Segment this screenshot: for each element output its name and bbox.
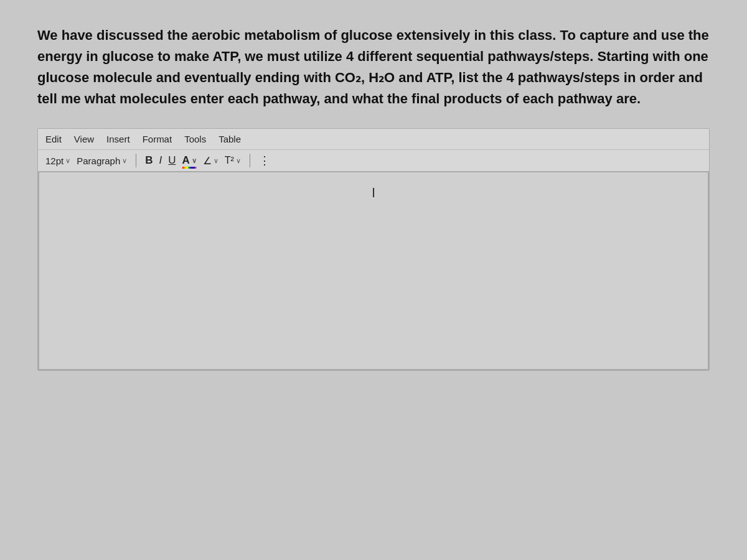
- menu-edit[interactable]: Edit: [45, 134, 62, 144]
- more-options-button[interactable]: ⋮: [259, 154, 271, 167]
- toolbar-separator-1: [136, 154, 136, 167]
- menu-format[interactable]: Format: [143, 134, 172, 144]
- menu-bar: Edit View Insert Format Tools Table: [38, 129, 709, 149]
- superscript-chevron: ∨: [236, 157, 241, 165]
- italic-button[interactable]: I: [159, 154, 162, 167]
- menu-view[interactable]: View: [74, 134, 94, 144]
- question-text: We have discussed the aerobic metabolism…: [37, 25, 710, 110]
- toolbar-separator-2: [250, 154, 250, 167]
- highlight-chevron: ∨: [214, 157, 218, 165]
- bold-button[interactable]: B: [145, 154, 153, 167]
- question-block: We have discussed the aerobic metabolism…: [37, 25, 710, 128]
- text-cursor: I: [372, 185, 375, 201]
- font-size-selector[interactable]: 12pt ∨: [45, 156, 70, 166]
- paragraph-chevron: ∨: [122, 157, 127, 165]
- highlight-label: ∠: [203, 155, 212, 167]
- paragraph-label: Paragraph: [77, 156, 120, 166]
- underline-button[interactable]: U: [168, 154, 176, 167]
- toolbar: 12pt ∨ Paragraph ∨ B I U A ∨ ∠ ∨ T² ∨ ⋮: [38, 149, 709, 171]
- menu-insert[interactable]: Insert: [106, 134, 130, 144]
- font-size-label: 12pt: [45, 156, 63, 166]
- superscript-label: T²: [225, 155, 234, 166]
- highlight-button[interactable]: ∠ ∨: [203, 155, 218, 167]
- font-size-chevron: ∨: [65, 157, 70, 165]
- menu-tools[interactable]: Tools: [184, 134, 206, 144]
- text-editor-area[interactable]: I: [38, 171, 709, 370]
- superscript-button[interactable]: T² ∨: [225, 155, 241, 166]
- font-color-label: A: [182, 154, 190, 167]
- paragraph-selector[interactable]: Paragraph ∨: [77, 156, 127, 166]
- menu-table[interactable]: Table: [218, 134, 241, 144]
- font-color-chevron: ∨: [192, 157, 197, 165]
- editor-container: Edit View Insert Format Tools Table 12pt…: [37, 128, 710, 371]
- font-color-button[interactable]: A ∨: [182, 154, 197, 167]
